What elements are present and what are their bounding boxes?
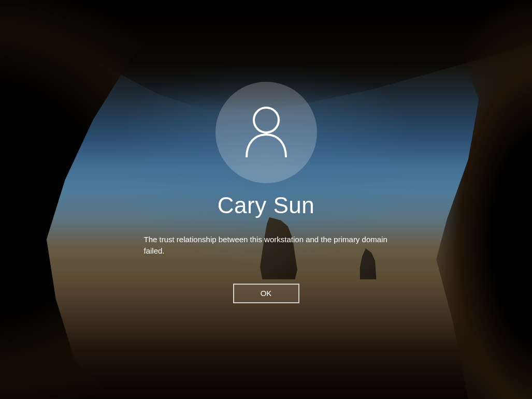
ok-button-label: OK xyxy=(261,289,272,298)
ok-button[interactable]: OK xyxy=(233,284,299,303)
user-display-name: Cary Sun xyxy=(218,193,314,218)
login-panel: Cary Sun The trust relationship between … xyxy=(0,0,532,399)
user-icon xyxy=(242,106,290,159)
user-avatar-circle xyxy=(215,82,317,183)
svg-point-0 xyxy=(254,108,279,132)
login-error-message: The trust relationship between this work… xyxy=(142,234,391,257)
